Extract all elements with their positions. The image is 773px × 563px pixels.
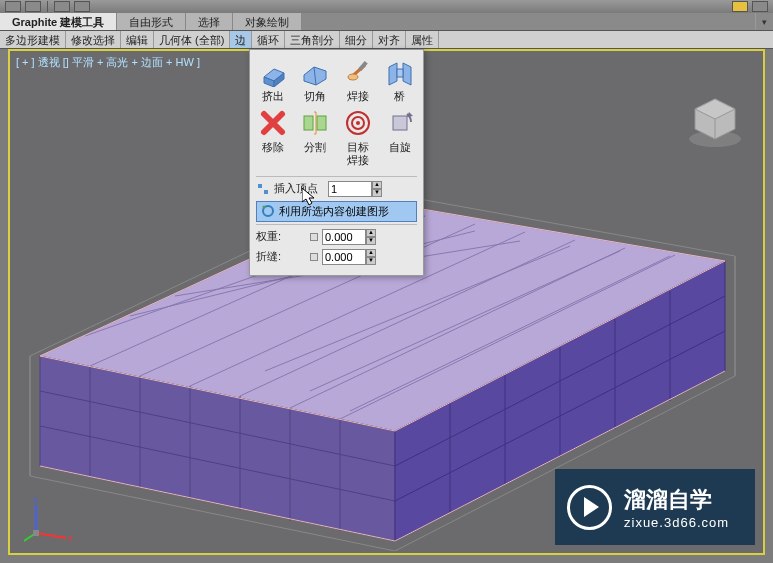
tb-icon[interactable] xyxy=(25,1,41,12)
remove-icon xyxy=(257,107,289,139)
target-weld-button[interactable]: 目标 焊接 xyxy=(337,105,379,169)
subtab-tri[interactable]: 三角剖分 xyxy=(285,31,340,48)
tb-icon[interactable] xyxy=(5,1,21,12)
subtab-polymodel[interactable]: 多边形建模 xyxy=(0,31,66,48)
insert-vertex-spinner[interactable]: ▲▼ xyxy=(328,181,382,197)
insert-vertex-input[interactable] xyxy=(328,181,372,197)
tab-graphite[interactable]: Graphite 建模工具 xyxy=(0,13,117,30)
ribbon-tabs: Graphite 建模工具 自由形式 选择 对象绘制 ▾ xyxy=(0,13,773,31)
tool-label: 挤出 xyxy=(262,90,284,103)
extrude-icon xyxy=(257,56,289,88)
tb-icon[interactable] xyxy=(54,1,70,12)
tb-icon[interactable] xyxy=(732,1,748,12)
tool-label: 自旋 xyxy=(389,141,411,154)
weight-spinner[interactable]: ▲▼ xyxy=(322,229,376,245)
insert-vertex-icon xyxy=(256,182,270,196)
watermark-title: 溜溜自学 xyxy=(624,485,729,515)
subtab-prop[interactable]: 属性 xyxy=(406,31,439,48)
tool-label: 桥 xyxy=(394,90,405,103)
svg-rect-60 xyxy=(258,184,262,188)
svg-line-36 xyxy=(36,533,66,538)
svg-point-63 xyxy=(263,206,266,209)
svg-rect-58 xyxy=(393,116,407,130)
svg-text:z: z xyxy=(33,495,38,505)
viewcube-icon[interactable] xyxy=(685,91,745,151)
tool-label: 移除 xyxy=(262,141,284,154)
chamfer-icon xyxy=(299,56,331,88)
subtab-modsel[interactable]: 修改选择 xyxy=(66,31,121,48)
split-button[interactable]: 分割 xyxy=(294,105,336,169)
weight-input[interactable] xyxy=(322,229,366,245)
tool-label: 目标 焊接 xyxy=(347,141,369,167)
weld-icon xyxy=(342,56,374,88)
spinner-down-icon[interactable]: ▼ xyxy=(366,257,376,265)
svg-point-57 xyxy=(356,121,360,125)
svg-rect-61 xyxy=(264,190,268,194)
spinner-up-icon[interactable]: ▲ xyxy=(372,181,382,189)
crease-spinner[interactable]: ▲▼ xyxy=(322,249,376,265)
svg-point-50 xyxy=(348,74,358,80)
subtab-edit[interactable]: 编辑 xyxy=(121,31,154,48)
create-shape-button[interactable]: 利用所选内容创建图形 xyxy=(256,201,417,222)
edge-tools-popup: 挤出 切角 焊接 桥 移除 xyxy=(249,49,424,276)
tab-paint[interactable]: 对象绘制 xyxy=(233,13,302,30)
subtab-subdiv[interactable]: 细分 xyxy=(340,31,373,48)
crease-dropdown[interactable] xyxy=(310,253,318,261)
viewport-label[interactable]: [ + ] 透视 [] 平滑 + 高光 + 边面 + HW ] xyxy=(16,55,200,70)
spinner-up-icon[interactable]: ▲ xyxy=(366,249,376,257)
tool-label: 焊接 xyxy=(347,90,369,103)
chamfer-button[interactable]: 切角 xyxy=(294,54,336,105)
svg-rect-52 xyxy=(397,69,403,77)
bridge-button[interactable]: 桥 xyxy=(379,54,421,105)
subtab-loop[interactable]: 循环 xyxy=(252,31,285,48)
create-shape-label: 利用所选内容创建图形 xyxy=(279,204,389,219)
tab-select[interactable]: 选择 xyxy=(186,13,233,30)
svg-rect-51 xyxy=(358,61,367,71)
subtab-edge[interactable]: 边 xyxy=(230,31,252,48)
crease-input[interactable] xyxy=(322,249,366,265)
remove-button[interactable]: 移除 xyxy=(252,105,294,169)
top-toolbar xyxy=(0,0,773,13)
play-icon xyxy=(567,485,612,530)
subtab-align[interactable]: 对齐 xyxy=(373,31,406,48)
spinner-down-icon[interactable]: ▼ xyxy=(366,237,376,245)
split-icon xyxy=(299,107,331,139)
weld-button[interactable]: 焊接 xyxy=(337,54,379,105)
svg-text:x: x xyxy=(68,533,73,543)
weight-label: 权重: xyxy=(256,229,306,244)
tab-freeform[interactable]: 自由形式 xyxy=(117,13,186,30)
tb-icon[interactable] xyxy=(74,1,90,12)
spinner-up-icon[interactable]: ▲ xyxy=(366,229,376,237)
svg-marker-64 xyxy=(302,188,314,205)
axis-gizmo-icon: z x xyxy=(24,493,74,543)
tb-icon[interactable] xyxy=(752,1,768,12)
tool-label: 切角 xyxy=(304,90,326,103)
create-shape-icon xyxy=(261,204,275,218)
crease-label: 折缝: xyxy=(256,249,306,264)
tool-label: 分割 xyxy=(304,141,326,154)
spin-icon xyxy=(384,107,416,139)
watermark-url: zixue.3d66.com xyxy=(624,515,729,530)
svg-rect-53 xyxy=(304,116,313,130)
cursor-icon xyxy=(302,188,318,208)
watermark: 溜溜自学 zixue.3d66.com xyxy=(555,469,755,545)
spinner-down-icon[interactable]: ▼ xyxy=(372,189,382,197)
extrude-button[interactable]: 挤出 xyxy=(252,54,294,105)
weight-dropdown[interactable] xyxy=(310,233,318,241)
sub-tabs: 多边形建模 修改选择 编辑 几何体 (全部) 边 循环 三角剖分 细分 对齐 属… xyxy=(0,31,773,49)
svg-rect-39 xyxy=(33,530,39,536)
target-weld-icon xyxy=(342,107,374,139)
svg-rect-54 xyxy=(317,116,326,130)
spin-button[interactable]: 自旋 xyxy=(379,105,421,169)
bridge-icon xyxy=(384,56,416,88)
ribbon-minimize-icon[interactable]: ▾ xyxy=(755,13,773,30)
subtab-geom[interactable]: 几何体 (全部) xyxy=(154,31,230,48)
